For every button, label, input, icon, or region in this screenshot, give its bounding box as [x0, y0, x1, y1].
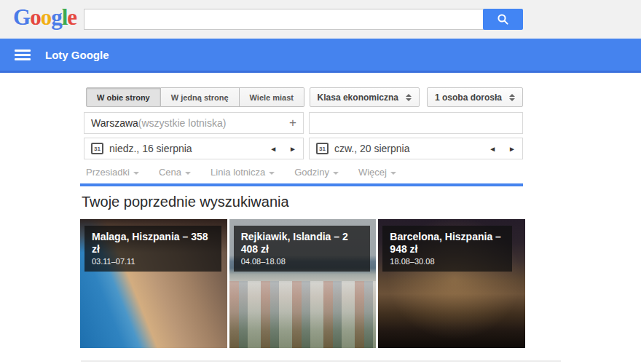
departure-date-value: niedz., 16 sierpnia	[109, 143, 192, 154]
previous-search-card-barcelona[interactable]: Barcelona, Hiszpania – 948 zł 18.08–30.0…	[378, 219, 525, 348]
tab-one-way[interactable]: W jedną stronę	[161, 87, 240, 107]
logo-letter: o	[30, 4, 41, 30]
logo-letter: G	[13, 4, 30, 30]
filter-price[interactable]: Cena	[159, 167, 191, 178]
filter-more[interactable]: Więcej	[358, 167, 396, 178]
card-title: Barcelona, Hiszpania – 948 zł	[390, 231, 505, 256]
google-logo[interactable]: Google	[13, 4, 76, 31]
origin-airports-note: (wszystkie lotniska)	[138, 117, 227, 129]
calendar-icon: 31	[316, 143, 329, 154]
dates-row: 31 niedz., 16 sierpnia ◄ ► 31 czw., 20 s…	[84, 138, 523, 159]
card-title: Rejkiawik, Islandia – 2 408 zł	[241, 231, 363, 256]
previous-searches-heading: Twoje poprzednie wyszukiwania	[82, 194, 641, 210]
card-caption: Rejkiawik, Islandia – 2 408 zł 04.08–18.…	[234, 226, 371, 272]
chevron-down-icon	[185, 172, 191, 175]
top-search-bar: Google	[0, 0, 641, 39]
logo-letter: g	[51, 4, 62, 30]
card-dates: 04.08–18.08	[241, 257, 363, 266]
previous-search-card-malaga[interactable]: Malaga, Hiszpania – 358 zł 03.11–07.11	[80, 219, 227, 348]
route-row: Warszawa (wszystkie lotniska) +	[84, 112, 523, 134]
add-airport-icon[interactable]: +	[289, 116, 296, 130]
chevron-down-icon	[133, 172, 139, 175]
app-title: Loty Google	[45, 49, 109, 61]
departure-date-field[interactable]: 31 niedz., 16 sierpnia ◄ ►	[84, 138, 304, 159]
passengers-select[interactable]: 1 osoba dorosła	[427, 87, 523, 107]
card-title: Malaga, Hiszpania – 358 zł	[92, 231, 214, 256]
previous-searches-list: Malaga, Hiszpania – 358 zł 03.11–07.11 R…	[80, 219, 525, 348]
options-row: W obie strony W jedną stronę Wiele miast…	[80, 87, 523, 107]
card-caption: Barcelona, Hiszpania – 948 zł 18.08–30.0…	[382, 226, 512, 272]
origin-city: Warszawa	[91, 117, 138, 129]
destination-input[interactable]	[309, 112, 523, 134]
card-caption: Malaga, Hiszpania – 358 zł 03.11–07.11	[84, 226, 221, 272]
form-accent-divider	[80, 183, 523, 186]
menu-icon[interactable]	[15, 47, 31, 63]
card-dates: 18.08–30.08	[390, 257, 505, 266]
bottom-divider	[81, 360, 561, 362]
return-date-steppers: ◄ ►	[489, 145, 516, 153]
search-input[interactable]	[84, 9, 494, 30]
chevron-down-icon	[333, 172, 339, 175]
passenger-class-selects: Klasa ekonomiczna 1 osoba dorosła	[310, 87, 523, 107]
tab-round-trip[interactable]: W obie strony	[86, 87, 161, 107]
tab-multi-city[interactable]: Wiele miast	[240, 87, 304, 107]
cabin-class-select[interactable]: Klasa ekonomiczna	[310, 87, 420, 107]
return-date-value: czw., 20 sierpnia	[334, 143, 410, 154]
logo-letter: o	[41, 4, 52, 30]
prev-day-icon[interactable]: ◄	[489, 145, 496, 153]
next-day-icon[interactable]: ►	[289, 145, 296, 153]
previous-search-card-reykjavik[interactable]: Rejkiawik, Islandia – 2 408 zł 04.08–18.…	[229, 219, 377, 348]
spinner-icon	[509, 94, 515, 101]
filters-row: Przesiadki Cena Linia lotnicza Godziny W…	[86, 167, 523, 178]
main-content: W obie strony W jedną stronę Wiele miast…	[0, 87, 641, 362]
chevron-down-icon	[269, 172, 275, 175]
filter-stops[interactable]: Przesiadki	[86, 167, 139, 178]
cabin-class-value: Klasa ekonomiczna	[318, 92, 398, 103]
next-day-icon[interactable]: ►	[508, 145, 516, 153]
search-icon	[497, 13, 509, 25]
prev-day-icon[interactable]: ◄	[270, 145, 277, 153]
flight-search-form: W obie strony W jedną stronę Wiele miast…	[80, 87, 523, 186]
filter-airline[interactable]: Linia lotnicza	[211, 167, 275, 178]
logo-letter: e	[67, 4, 76, 30]
card-dates: 03.11–07.11	[92, 257, 214, 266]
chevron-down-icon	[390, 172, 396, 175]
trip-type-toggle: W obie strony W jedną stronę Wiele miast	[86, 87, 304, 107]
origin-input[interactable]: Warszawa (wszystkie lotniska) +	[84, 112, 304, 134]
calendar-icon: 31	[91, 143, 103, 154]
spinner-icon	[406, 94, 412, 101]
departure-date-steppers: ◄ ►	[270, 145, 296, 153]
return-date-field[interactable]: 31 czw., 20 sierpnia ◄ ►	[309, 138, 523, 159]
filter-times[interactable]: Godziny	[294, 167, 339, 178]
search-button[interactable]	[483, 9, 523, 30]
passengers-value: 1 osoba dorosła	[435, 92, 502, 103]
app-navbar: Loty Google	[0, 39, 641, 73]
